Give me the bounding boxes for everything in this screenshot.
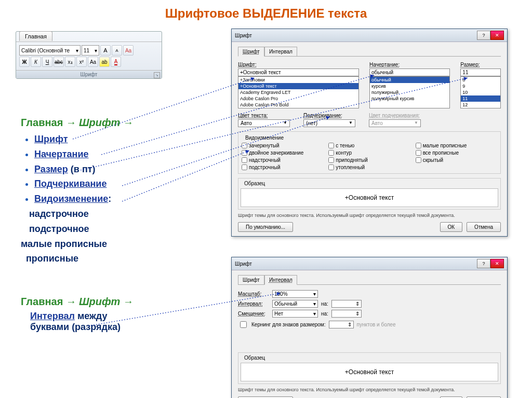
- ok-button[interactable]: ОК: [440, 222, 463, 232]
- font-color-button[interactable]: A: [111, 57, 121, 67]
- chk-strike[interactable]: [242, 143, 247, 148]
- ribbon-tab-home[interactable]: Главная: [19, 31, 52, 41]
- chk-shadow[interactable]: [328, 143, 334, 148]
- underline-button[interactable]: Ч: [42, 57, 52, 67]
- font-dialog: Шрифт ? ✕ Шрифт Интервал Шрифт: +Заголов…: [231, 29, 508, 237]
- sample-fieldset: Образец +Основной текст: [238, 178, 501, 210]
- offset-value[interactable]: ⇕: [331, 310, 362, 318]
- sample-fieldset-2: Образец +Основной текст: [238, 352, 501, 384]
- interval-dialog: Шрифт ? ✕ Шрифт Интервал Масштаб:100%▾ И…: [231, 257, 508, 398]
- font-family-selector[interactable]: Calibri (Основной те▾: [19, 45, 81, 56]
- label-color: Цвет текста:: [238, 113, 290, 118]
- label-size: Размер:: [460, 62, 501, 67]
- sample-preview-2: +Основной текст: [241, 363, 498, 381]
- breadcrumb-block-1: Главная → Шрифт → Шрифт Начертание Разме…: [21, 117, 134, 266]
- kerning-value[interactable]: ⇕: [329, 321, 354, 328]
- clear-format-button[interactable]: Aa: [123, 45, 134, 56]
- tab-interval[interactable]: Интервал: [264, 47, 297, 57]
- highlight-button[interactable]: ab: [99, 57, 110, 67]
- font-size-selector[interactable]: 11▾: [82, 45, 99, 56]
- chk-sub[interactable]: [242, 164, 247, 170]
- help-button-2[interactable]: ?: [477, 259, 490, 268]
- dialog-description: Шрифт темы для основного текста. Использ…: [238, 213, 501, 218]
- effects-fieldset: Видоизменение зачеркнутый с тенью малые …: [238, 131, 501, 174]
- dialog-description-2: Шрифт темы для основного текста. Использ…: [238, 387, 501, 392]
- chk-outline[interactable]: [328, 150, 334, 156]
- page-title: Шрифтовое ВЫДЕЛЕНИЕ текста: [0, 0, 532, 25]
- size-input[interactable]: [460, 68, 501, 76]
- grow-font-button[interactable]: A: [100, 45, 111, 56]
- dialog-launcher-icon[interactable]: ↘: [154, 72, 160, 78]
- dialog-titlebar-2: Шрифт ? ✕: [232, 257, 507, 270]
- size-list[interactable]: 8 9 10 11 12: [460, 76, 501, 108]
- tab-interval-2[interactable]: Интервал: [264, 275, 297, 285]
- style-list[interactable]: обычный курсив полужирный полужирный кур…: [369, 76, 450, 108]
- subscript-button[interactable]: x₂: [65, 57, 75, 67]
- change-case-button[interactable]: Aa: [88, 57, 98, 67]
- label-ucolor: Цвет подчеркивания:: [369, 113, 421, 118]
- scale-dropdown[interactable]: 100%▾: [272, 290, 318, 298]
- breadcrumb-block-2: Главная → Шрифт → Интервал между буквами…: [21, 296, 134, 333]
- label-style: Начертание:: [369, 62, 450, 67]
- ribbon-font-group: Главная Calibri (Основной те▾ 11▾ A A Aa…: [16, 31, 162, 79]
- label-font: Шрифт:: [238, 62, 359, 67]
- offset-dropdown[interactable]: Нет▾: [272, 310, 318, 318]
- superscript-button[interactable]: x²: [76, 57, 87, 67]
- chk-smallcaps[interactable]: [416, 143, 421, 148]
- underline-dropdown[interactable]: (нет)▼: [303, 119, 355, 127]
- label-spacing: Интервал:: [238, 301, 269, 307]
- label-underline: Подчеркивание:: [303, 113, 355, 118]
- cancel-button[interactable]: Отмена: [467, 222, 501, 232]
- bold-button[interactable]: Ж: [19, 57, 30, 67]
- sample-preview: +Основной текст: [241, 188, 498, 207]
- svg-line-4: [122, 150, 249, 201]
- ribbon-group-label: Шрифт↘: [16, 70, 162, 78]
- italic-button[interactable]: К: [31, 57, 41, 67]
- label-scale: Масштаб:: [238, 291, 269, 297]
- label-offset: Смещение:: [238, 311, 269, 317]
- chk-super[interactable]: [242, 157, 247, 163]
- tab-font[interactable]: Шрифт: [238, 47, 264, 57]
- spacing-dropdown[interactable]: Обычный▾: [272, 300, 318, 308]
- style-input[interactable]: [369, 68, 450, 76]
- help-button[interactable]: ?: [477, 31, 490, 40]
- spacing-value[interactable]: ⇕: [331, 300, 362, 308]
- chk-dstrike[interactable]: [242, 150, 247, 156]
- chk-hidden[interactable]: [416, 157, 421, 163]
- font-input[interactable]: [238, 68, 359, 76]
- default-button[interactable]: По умолчанию...: [238, 222, 293, 232]
- dialog-titlebar: Шрифт ? ✕: [232, 29, 507, 42]
- chk-emboss[interactable]: [328, 157, 334, 163]
- chk-allcaps[interactable]: [416, 150, 421, 156]
- close-button-2[interactable]: ✕: [490, 259, 504, 268]
- tab-font-2[interactable]: Шрифт: [238, 275, 264, 285]
- color-dropdown[interactable]: Авто▼: [238, 119, 290, 127]
- ucolor-dropdown: Авто▼: [369, 119, 421, 127]
- shrink-font-button[interactable]: A: [112, 45, 122, 56]
- font-list[interactable]: +Заголовки +Основной текст Academy Engra…: [238, 76, 359, 108]
- strike-button[interactable]: abc: [54, 57, 64, 67]
- chk-engrave[interactable]: [328, 164, 334, 170]
- close-button[interactable]: ✕: [490, 31, 504, 40]
- feature-list: Шрифт Начертание Размер (в пт) Подчеркив…: [21, 132, 134, 266]
- kerning-checkbox[interactable]: [240, 321, 247, 328]
